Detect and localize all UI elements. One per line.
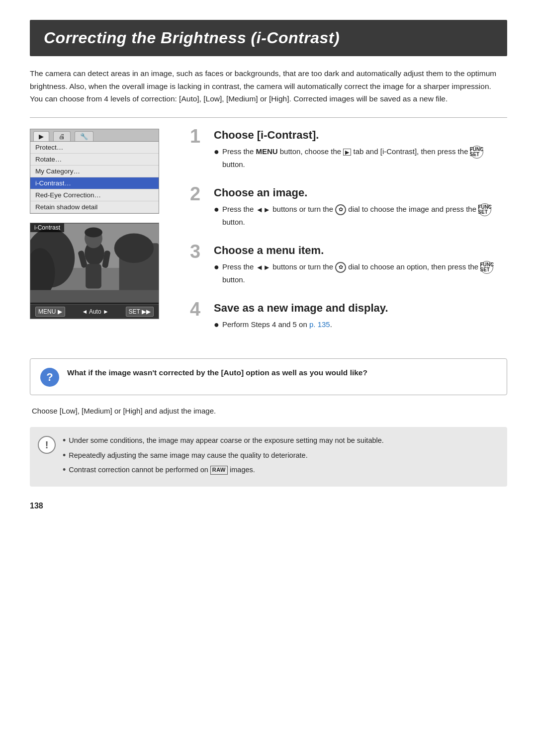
- svg-rect-11: [86, 264, 101, 289]
- menu-tab-print: 🖨: [53, 131, 71, 141]
- func-set-icon-2: FUNCSET: [478, 203, 491, 216]
- section-divider: [30, 117, 507, 118]
- step-3-heading: Choose a menu item.: [214, 244, 507, 257]
- intro-paragraph: The camera can detect areas in an image,…: [30, 69, 496, 90]
- svg-rect-12: [30, 290, 159, 302]
- menu-item-icontrast[interactable]: i-Contrast…: [30, 177, 159, 189]
- warning-text-2: Repeatedly adjusting the same image may …: [69, 450, 307, 461]
- menu-button[interactable]: MENU ▶: [35, 307, 65, 317]
- step-4-content: Save as a new image and display. ● Perfo…: [214, 302, 388, 334]
- lr-arrows-icon-2: ◄►: [256, 263, 270, 271]
- page: Correcting the Brightness (i-Contrast) T…: [0, 0, 537, 756]
- intro-text: The camera can detect areas in an image,…: [30, 67, 507, 105]
- step-3: 3 Choose a menu item. ● Press the ◄► but…: [190, 244, 507, 289]
- menu-items-list: Protect… Rotate… My Category… i-Contrast…: [30, 142, 159, 213]
- step-2-heading: Choose an image.: [214, 186, 507, 199]
- step-2-content: Choose an image. ● Press the ◄► buttons …: [214, 186, 507, 231]
- svg-point-8: [85, 227, 102, 237]
- warning-box: ! • Under some conditions, the image may…: [30, 427, 507, 487]
- warning-text-1: Under some conditions, the image may app…: [69, 435, 384, 446]
- step-3-content: Choose a menu item. ● Press the ◄► butto…: [214, 244, 507, 289]
- raw-badge: RAW: [210, 466, 228, 474]
- step-4-heading: Save as a new image and display.: [214, 302, 388, 315]
- menu-tab-play: ▶: [33, 131, 49, 141]
- step-number-1: 1: [190, 127, 206, 146]
- warning-bullet-1: • Under some conditions, the image may a…: [63, 435, 497, 446]
- menu-item[interactable]: Protect…: [30, 142, 159, 154]
- auto-label: ◄ Auto ►: [82, 308, 108, 315]
- lr-arrows-icon: ◄►: [256, 205, 270, 214]
- question-icon: ?: [40, 368, 59, 387]
- menu-tabs: ▶ 🖨 🔧: [30, 129, 159, 142]
- warning-icon: !: [38, 436, 56, 454]
- dial-icon-2: ✿: [335, 262, 346, 273]
- svg-point-5: [114, 233, 154, 263]
- content-area: ▶ 🖨 🔧 Protect… Rotate… My Category… i-Co…: [30, 129, 507, 346]
- question-text: What if the image wasn't corrected by th…: [67, 367, 367, 378]
- step-number-2: 2: [190, 184, 206, 203]
- answer-text: Choose [Low], [Medium] or [High] and adj…: [32, 405, 507, 417]
- menu-tab-settings: 🔧: [75, 131, 93, 141]
- step-4-text: Perform Steps 4 and 5 on p. 135.: [222, 319, 332, 331]
- camera-screen-label: i-Contrast: [30, 223, 64, 232]
- step-2-text: Press the ◄► buttons or turn the ✿ dial …: [222, 203, 507, 228]
- bullet-icon: ●: [214, 146, 219, 158]
- step-1-content: Choose [i-Contrast]. ● Press the MENU bu…: [214, 129, 507, 173]
- title-bar: Correcting the Brightness (i-Contrast): [30, 20, 507, 56]
- warning-bullet-3: • Contrast correction cannot be performe…: [63, 464, 497, 476]
- step-1-heading: Choose [i-Contrast].: [214, 129, 507, 142]
- question-box: ? What if the image wasn't corrected by …: [30, 358, 507, 395]
- step-1-bullet: ● Press the MENU button, choose the ▶ ta…: [214, 146, 507, 170]
- print-icon: 🖨: [59, 133, 65, 140]
- step-2: 2 Choose an image. ● Press the ◄► button…: [190, 186, 507, 231]
- bullet-dot: •: [63, 450, 66, 461]
- bullet-icon: ●: [214, 204, 219, 215]
- left-column: ▶ 🖨 🔧 Protect… Rotate… My Category… i-Co…: [30, 129, 174, 346]
- bullet-dot: •: [63, 435, 66, 446]
- step-number-4: 4: [190, 300, 206, 319]
- right-column: 1 Choose [i-Contrast]. ● Press the MENU …: [190, 129, 507, 346]
- camera-bottom-bar: MENU ▶ ◄ Auto ► SET ▶▶: [30, 304, 159, 319]
- bullet-icon: ●: [214, 319, 219, 331]
- play-icon: ▶: [39, 133, 44, 140]
- menu-item[interactable]: Red-Eye Correction…: [30, 189, 159, 201]
- page-link[interactable]: p. 135: [309, 320, 330, 329]
- step-number-3: 3: [190, 242, 206, 261]
- play-tab-icon: ▶: [343, 149, 351, 156]
- warning-bullet-2: • Repeatedly adjusting the same image ma…: [63, 450, 497, 461]
- menu-item[interactable]: Retain shadow detail: [30, 201, 159, 213]
- menu-label: MENU: [256, 147, 277, 156]
- step-4: 4 Save as a new image and display. ● Per…: [190, 302, 507, 334]
- bullet-dot: •: [63, 464, 66, 476]
- step-3-text: Press the ◄► buttons or turn the ✿ dial …: [222, 261, 507, 286]
- bullet-icon: ●: [214, 261, 219, 273]
- menu-item[interactable]: Rotate…: [30, 154, 159, 166]
- warning-text-3: Contrast correction cannot be performed …: [69, 464, 255, 475]
- camera-screen: i-Contrast: [30, 223, 159, 319]
- func-set-icon-3: FUNCSET: [480, 261, 493, 274]
- set-button[interactable]: SET ▶▶: [126, 307, 154, 317]
- page-number: 138: [30, 502, 507, 510]
- page-title: Correcting the Brightness (i-Contrast): [44, 29, 493, 47]
- step-4-bullet: ● Perform Steps 4 and 5 on p. 135.: [214, 319, 388, 331]
- step-1: 1 Choose [i-Contrast]. ● Press the MENU …: [190, 129, 507, 173]
- step-3-bullet: ● Press the ◄► buttons or turn the ✿ dia…: [214, 261, 507, 286]
- camera-image: [30, 223, 159, 303]
- menu-screenshot: ▶ 🖨 🔧 Protect… Rotate… My Category… i-Co…: [30, 129, 159, 214]
- menu-item[interactable]: My Category…: [30, 166, 159, 177]
- step-2-bullet: ● Press the ◄► buttons or turn the ✿ dia…: [214, 203, 507, 228]
- dial-icon: ✿: [335, 204, 346, 215]
- intro-paragraph-2: You can choose from 4 levels of correcti…: [30, 94, 448, 103]
- settings-icon: 🔧: [80, 133, 88, 140]
- warning-bullets: • Under some conditions, the image may a…: [63, 435, 497, 479]
- step-1-text: Press the MENU button, choose the ▶ tab …: [222, 146, 507, 170]
- func-set-icon: FUNCSET: [470, 146, 483, 159]
